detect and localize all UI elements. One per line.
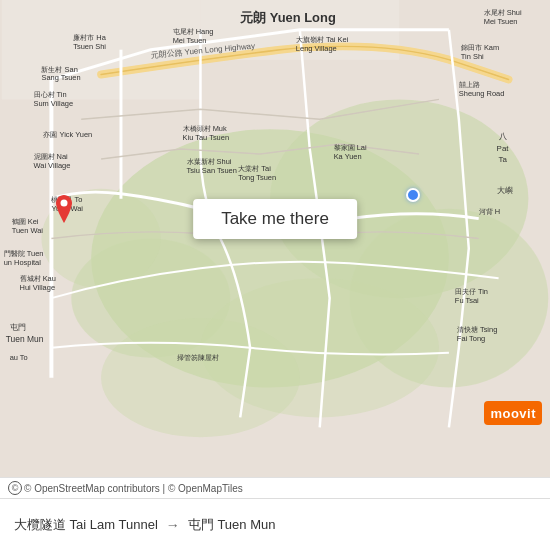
- copyright-icon: ©: [8, 481, 22, 495]
- bottom-bar: 大欖隧道 Tai Lam Tunnel → 屯門 Tuen Mun: [0, 498, 550, 550]
- svg-text:Kiu Tau Tsuen: Kiu Tau Tsuen: [183, 133, 229, 142]
- svg-text:掃管笏陳屋村: 掃管笏陳屋村: [177, 353, 219, 362]
- svg-text:Sang Tsuen: Sang Tsuen: [41, 73, 80, 82]
- svg-text:元朗 Yuen Long: 元朗 Yuen Long: [240, 10, 336, 25]
- svg-point-7: [101, 318, 300, 437]
- destination-dot: [406, 188, 420, 202]
- svg-text:Sum Village: Sum Village: [34, 99, 74, 108]
- svg-text:田心村 Tin: 田心村 Tin: [34, 90, 67, 99]
- svg-text:Tuen Mun: Tuen Mun: [6, 334, 44, 344]
- svg-text:Tsiu San Tsuen: Tsiu San Tsuen: [187, 166, 237, 175]
- svg-text:新生村 San: 新生村 San: [41, 65, 77, 74]
- svg-text:亦園 Yick Yuen: 亦園 Yick Yuen: [43, 130, 92, 139]
- svg-text:水葉新村 Shui: 水葉新村 Shui: [187, 157, 232, 166]
- svg-text:Hui Village: Hui Village: [20, 283, 55, 292]
- svg-text:大嶼: 大嶼: [497, 186, 513, 195]
- map-area: 元朗 Yuen Long 元朗公路 Yuen Long Highway 廉村市 …: [0, 0, 550, 477]
- svg-text:Ka Yuen: Ka Yuen: [334, 152, 362, 161]
- route-to: 屯門 Tuen Mun: [188, 516, 276, 534]
- svg-text:Tong Tsuen: Tong Tsuen: [238, 173, 276, 182]
- svg-text:Wai Village: Wai Village: [34, 161, 71, 170]
- svg-text:黎家園 Lai: 黎家園 Lai: [334, 143, 367, 152]
- moovit-logo: moovit: [484, 401, 542, 425]
- svg-text:木橋頭村 Muk: 木橋頭村 Muk: [183, 124, 227, 133]
- route-from: 大欖隧道 Tai Lam Tunnel: [14, 516, 158, 534]
- svg-text:Mei Tsuen: Mei Tsuen: [484, 17, 518, 26]
- svg-text:門醫院 Tuen: 門醫院 Tuen: [4, 249, 44, 258]
- svg-text:au To: au To: [10, 353, 28, 362]
- svg-text:屯門: 屯門: [10, 322, 26, 332]
- svg-text:Ta: Ta: [499, 155, 508, 164]
- svg-text:Pat: Pat: [497, 144, 510, 153]
- route-info: 大欖隧道 Tai Lam Tunnel → 屯門 Tuen Mun: [14, 516, 536, 534]
- svg-text:大旗嶺村 Tai Kei: 大旗嶺村 Tai Kei: [296, 35, 349, 44]
- osm-attribution: © © OpenStreetMap contributors | © OpenM…: [8, 481, 243, 495]
- svg-text:舊城村 Kau: 舊城村 Kau: [20, 274, 56, 283]
- svg-text:清快塘 Tsing: 清快塘 Tsing: [457, 325, 497, 334]
- svg-text:鶴圍 Kei: 鶴圍 Kei: [12, 217, 39, 226]
- app-container: 元朗 Yuen Long 元朗公路 Yuen Long Highway 廉村市 …: [0, 0, 550, 550]
- svg-text:Leng Village: Leng Village: [296, 44, 337, 53]
- attribution-text: © OpenStreetMap contributors | © OpenMap…: [24, 483, 243, 494]
- location-pin: [52, 195, 76, 223]
- attribution-bar: © © OpenStreetMap contributors | © OpenM…: [0, 477, 550, 498]
- svg-text:Mei Tsuen: Mei Tsuen: [173, 36, 207, 45]
- svg-text:un Hospital: un Hospital: [4, 258, 42, 267]
- route-arrow: →: [166, 517, 180, 533]
- svg-text:Tuen Wai: Tuen Wai: [12, 226, 44, 235]
- svg-text:廉村市 Ha: 廉村市 Ha: [73, 33, 106, 42]
- svg-text:水尾村 Shui: 水尾村 Shui: [484, 8, 522, 17]
- svg-text:田夫仔 Tin: 田夫仔 Tin: [455, 287, 488, 296]
- svg-text:Tin Shi: Tin Shi: [461, 52, 484, 61]
- svg-text:Fai Tong: Fai Tong: [457, 334, 485, 343]
- svg-text:Sheung Road: Sheung Road: [459, 89, 505, 98]
- svg-text:屯尾村 Hang: 屯尾村 Hang: [173, 27, 214, 36]
- svg-point-60: [61, 200, 68, 207]
- svg-text:錦田市 Kam: 錦田市 Kam: [461, 43, 499, 52]
- take-me-there-button[interactable]: Take me there: [193, 199, 357, 239]
- svg-text:Fu Tsai: Fu Tsai: [455, 296, 479, 305]
- svg-text:囍上路: 囍上路: [459, 80, 480, 89]
- svg-text:Tsuen Shi: Tsuen Shi: [73, 42, 106, 51]
- moovit-logo-text: moovit: [490, 406, 536, 421]
- svg-text:泥圍村 Nai: 泥圍村 Nai: [34, 152, 69, 161]
- svg-text:河背 H: 河背 H: [479, 207, 500, 216]
- svg-text:大棠村 Tai: 大棠村 Tai: [238, 164, 271, 173]
- svg-text:八: 八: [499, 132, 507, 141]
